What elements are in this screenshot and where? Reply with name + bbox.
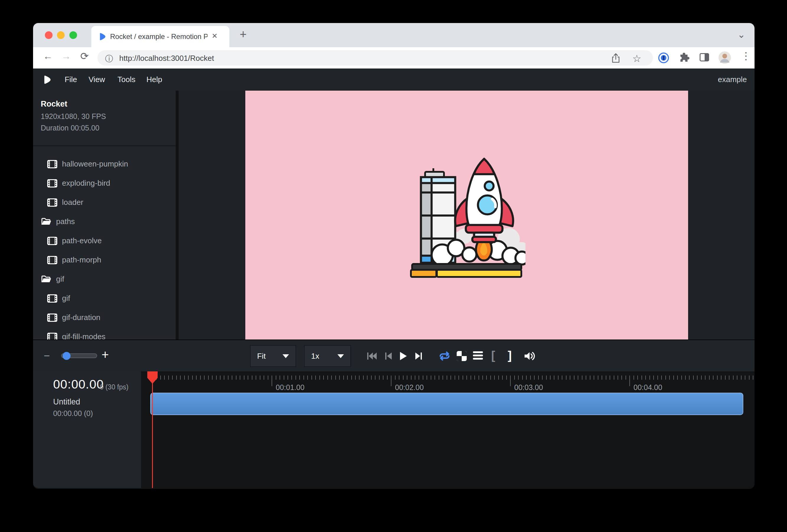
site-info-icon[interactable]: ⓘ (105, 54, 113, 64)
tab-close-icon[interactable]: ✕ (212, 32, 217, 40)
menu-help[interactable]: Help (146, 75, 162, 84)
sequence-name: Untitled (53, 397, 80, 406)
browser-window: Rocket / example - Remotion P ✕ + ⌄ ← → … (33, 23, 754, 489)
sidebar-item-label: loader (62, 198, 83, 207)
share-icon[interactable] (612, 53, 620, 63)
sidebar-item-label: paths (56, 217, 75, 226)
url-text: http://localhost:3001/Rocket (119, 54, 214, 63)
bookmark-star-icon[interactable]: ☆ (632, 52, 641, 64)
new-tab-button[interactable]: + (240, 28, 247, 41)
video-canvas (245, 91, 688, 340)
checkerboard-icon (457, 356, 462, 361)
sidebar-item-exploding-bird[interactable]: exploding-bird (33, 174, 176, 193)
sidebar-item-gif-fill-modes[interactable]: gif-fill-modes (33, 327, 176, 340)
timeline-ruler[interactable] (152, 376, 754, 380)
sidebar-item-gif-duration[interactable]: gif-duration (33, 308, 176, 327)
sidebar-item-gif[interactable]: gif (33, 289, 176, 308)
chevron-down-icon (337, 354, 344, 358)
traffic-close-button[interactable] (45, 31, 52, 39)
playback-speed-select[interactable]: 1x (304, 345, 351, 367)
forward-icon[interactable]: → (61, 51, 71, 62)
composition-list: halloween-pumpkin exploding-bird loader … (33, 154, 176, 340)
tab-strip: Rocket / example - Remotion P ✕ + ⌄ (33, 23, 754, 47)
previous-frame-button[interactable] (383, 351, 395, 361)
sidebar-folder-paths[interactable]: paths (33, 212, 176, 231)
compositions-sidebar: Rocket 1920x1080, 30 FPS Duration 00:05.… (33, 91, 176, 340)
menu-view[interactable]: View (89, 75, 105, 84)
loop-icon (439, 351, 450, 361)
sidebar-item-label: path-evolve (62, 236, 102, 245)
reload-icon[interactable]: ⟳ (80, 50, 89, 62)
film-icon (47, 160, 57, 168)
loop-toggle-button[interactable] (439, 351, 450, 361)
playhead-marker[interactable] (147, 371, 157, 384)
password-extension-icon[interactable] (658, 52, 669, 64)
screen: Rocket / example - Remotion P ✕ + ⌄ ← → … (0, 0, 787, 532)
zoom-slider-thumb[interactable] (63, 352, 70, 360)
open-folder-icon (41, 218, 51, 226)
sidebar-item-path-morph[interactable]: path-morph (33, 250, 176, 270)
side-panel-icon[interactable] (700, 53, 709, 61)
sequence-track-bar[interactable] (150, 393, 743, 415)
url-field[interactable]: ⓘ http://localhost:3001/Rocket ☆ (98, 50, 653, 66)
back-icon[interactable]: ← (43, 51, 52, 62)
set-in-point-button[interactable]: [ (491, 349, 495, 362)
remotion-favicon (100, 33, 106, 41)
skip-to-start-button[interactable] (366, 351, 378, 361)
next-frame-icon (415, 352, 422, 360)
ruler-label-1s: 00:01.00 (276, 383, 304, 392)
preview-toolbar: − + Fit 1x (33, 340, 754, 371)
current-frame-info: 0 (30 fps) (100, 383, 128, 391)
menu-file[interactable]: File (65, 75, 77, 84)
volume-button[interactable] (524, 351, 535, 361)
second-tick (391, 376, 391, 386)
browser-menu-dots-icon[interactable]: ⋮ (741, 50, 751, 62)
film-icon (47, 179, 57, 188)
sidebar-item-halloween-pumpkin[interactable]: halloween-pumpkin (33, 154, 176, 174)
remotion-logo-icon[interactable] (44, 75, 51, 84)
extensions-puzzle-icon[interactable] (678, 52, 689, 63)
sidebar-item-label: path-morph (62, 255, 101, 264)
composition-info: Rocket 1920x1080, 30 FPS Duration 00:05.… (33, 91, 176, 146)
traffic-minimize-button[interactable] (57, 31, 65, 39)
sidebar-item-label: gif (62, 294, 70, 303)
main-area: Rocket 1920x1080, 30 FPS Duration 00:05.… (33, 91, 754, 340)
sidebar-item-label: halloween-pumpkin (62, 159, 128, 169)
skip-to-start-icon (367, 352, 377, 360)
film-icon (47, 256, 57, 264)
timeline-rows-button[interactable] (473, 351, 483, 360)
lines-icon (473, 351, 483, 353)
play-button[interactable] (397, 351, 409, 361)
ruler-label-4s: 00:04.00 (634, 383, 662, 392)
sidebar-folder-gif[interactable]: gif (33, 270, 176, 289)
film-icon (47, 198, 57, 207)
browser-tab[interactable]: Rocket / example - Remotion P ✕ (91, 26, 229, 47)
menu-tools[interactable]: Tools (118, 75, 135, 84)
composition-title: Rocket (41, 100, 176, 109)
current-time: 00:00.00 (53, 377, 104, 391)
tab-search-chevron-icon[interactable]: ⌄ (738, 29, 745, 40)
film-icon (47, 314, 57, 322)
playhead-line (152, 371, 153, 488)
rocket-illustration (407, 154, 526, 278)
sidebar-item-label: gif-fill-modes (62, 332, 105, 340)
second-tick (272, 376, 272, 386)
composition-resolution: 1920x1080, 30 FPS (41, 112, 176, 121)
second-tick (510, 376, 511, 386)
ruler-label-3s: 00:03.00 (514, 383, 543, 392)
timeline-info-panel: 00:00.00 0 (30 fps) Untitled 00:00.00 (0… (33, 371, 141, 488)
sidebar-item-path-evolve[interactable]: path-evolve (33, 231, 176, 250)
zoom-in-button[interactable]: + (102, 348, 109, 362)
play-icon (399, 352, 407, 360)
profile-avatar[interactable] (719, 51, 731, 64)
size-select[interactable]: Fit (250, 345, 296, 367)
zoom-out-button[interactable]: − (44, 349, 50, 362)
sidebar-item-loader[interactable]: loader (33, 193, 176, 212)
preview-area (178, 91, 754, 340)
chevron-down-icon (282, 354, 289, 358)
set-out-point-button[interactable]: ] (508, 349, 512, 362)
transparency-toggle-button[interactable] (457, 351, 467, 361)
project-name-label: example (718, 75, 747, 84)
next-frame-button[interactable] (413, 351, 425, 361)
traffic-zoom-button[interactable] (69, 31, 77, 39)
